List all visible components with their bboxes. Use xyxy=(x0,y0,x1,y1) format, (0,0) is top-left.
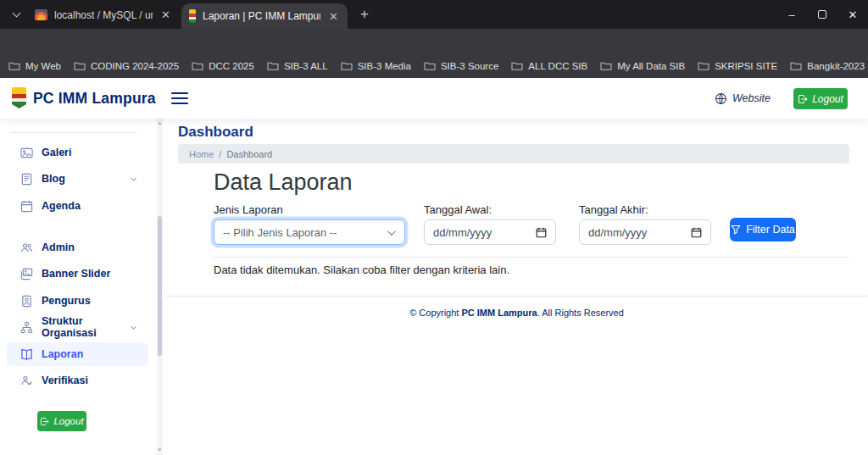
breadcrumb-separator: / xyxy=(219,149,221,159)
sidebar-item-struktur-organisasi[interactable]: Struktur Organisasi xyxy=(7,315,148,339)
sidebar-divider xyxy=(10,132,137,133)
logout-icon xyxy=(40,417,49,426)
date-placeholder: dd/mm/yyyy xyxy=(588,226,647,239)
breadcrumb-home-link[interactable]: Home xyxy=(189,149,214,159)
window-minimize-button[interactable]: – xyxy=(776,0,807,29)
website-link[interactable]: Website xyxy=(715,78,771,119)
jenis-laporan-label: Jenis Laporan xyxy=(214,203,283,216)
bookmark-folder[interactable]: DCC 2025 xyxy=(192,61,254,71)
logout-icon xyxy=(798,94,808,104)
chevron-down-icon xyxy=(387,227,396,236)
window-maximize-button[interactable] xyxy=(807,0,837,29)
folder-icon xyxy=(192,61,203,71)
tab-close-icon[interactable]: ✕ xyxy=(327,10,340,23)
folder-icon xyxy=(267,61,279,71)
imm-favicon xyxy=(189,9,196,23)
sidebar-item-banner-slider[interactable]: Banner Slider xyxy=(7,262,148,286)
phpmyadmin-favicon xyxy=(35,9,47,20)
tab-search-button[interactable] xyxy=(7,6,25,23)
bookmark-folder[interactable]: CODING 2024-2025 xyxy=(74,61,179,71)
tab-title: localhost / MySQL / umko_nabi xyxy=(54,9,153,21)
chevron-down-icon xyxy=(129,175,138,184)
bookmark-folder[interactable]: SKRIPSI SITE xyxy=(698,61,777,71)
person-badge-icon xyxy=(20,295,33,308)
chevron-down-icon xyxy=(129,323,138,332)
screen: localhost / MySQL / umko_nabi ✕ Laporan … xyxy=(0,0,868,455)
folder-icon xyxy=(424,61,436,71)
copyright-brand: PC IMM Lampura xyxy=(461,308,537,318)
sidebar-item-pengurus[interactable]: Pengurus xyxy=(7,289,148,313)
calendar-picker-icon[interactable] xyxy=(691,227,702,238)
sidebar-item-blog[interactable]: Blog xyxy=(7,167,148,191)
folder-icon xyxy=(74,61,86,71)
calendar-picker-icon[interactable] xyxy=(536,227,547,238)
browser-toolbar: ← → ↻ 127.0.0.1:8000/admin/laporan/kader… xyxy=(0,29,868,54)
logout-button-sidebar[interactable]: Logout xyxy=(37,411,86,431)
browser-tab-active[interactable]: Laporan | PC IMM Lampura ✕ xyxy=(181,3,348,29)
folder-icon xyxy=(698,61,709,71)
sidebar-scrollbar-thumb[interactable] xyxy=(158,216,162,356)
filter-data-button[interactable]: Filter Data xyxy=(730,218,796,241)
copyright-pre: © Copyright xyxy=(409,308,461,318)
journal-icon xyxy=(20,173,33,186)
bookmark-folder[interactable]: ALL DCC SIB xyxy=(511,61,587,71)
new-tab-button[interactable]: + xyxy=(356,7,373,24)
window-close-button[interactable]: ✕ xyxy=(837,0,868,29)
window-controls: – ✕ xyxy=(776,0,868,29)
sidebar-item-galeri[interactable]: Galeri xyxy=(7,141,148,164)
person-check-icon xyxy=(20,375,33,387)
image-icon xyxy=(20,147,33,159)
scroll-down-icon[interactable]: ▼ xyxy=(157,447,163,452)
diagram-icon xyxy=(20,321,33,334)
calendar-icon xyxy=(20,200,33,213)
logout-label: Logout xyxy=(812,93,843,105)
funnel-icon xyxy=(731,225,741,235)
sidebar-item-admin[interactable]: Admin xyxy=(7,236,148,259)
bookmark-folder[interactable]: Bangkit-2023 xyxy=(790,61,865,71)
browser-tab-inactive[interactable]: localhost / MySQL / umko_nabi ✕ xyxy=(27,4,180,25)
footer-divider xyxy=(165,296,868,297)
sidebar-toggle-button[interactable] xyxy=(171,92,188,104)
breadcrumb-current: Dashboard xyxy=(226,149,272,159)
bookmark-folder[interactable]: My Web xyxy=(8,61,61,71)
tanggal-akhir-label: Tanggal Akhir: xyxy=(579,203,648,216)
jenis-laporan-select[interactable]: -- Pilih Jenis Laporan -- xyxy=(214,219,405,245)
bookmark-folder[interactable]: My All Data SIB xyxy=(600,61,685,71)
bookmarks-bar: My Web CODING 2024-2025 DCC 2025 SIB-3 A… xyxy=(0,54,868,78)
empty-state-message: Data tidak ditemukan. Silakan coba filte… xyxy=(214,264,509,276)
website-label: Website xyxy=(732,92,771,104)
tab-title: Laporan | PC IMM Lampura xyxy=(203,10,320,22)
chevron-down-icon xyxy=(12,9,20,18)
folder-icon xyxy=(511,61,523,71)
copyright-post: . All Rights Reserved xyxy=(537,308,624,318)
sidebar-item-agenda[interactable]: Agenda xyxy=(7,194,148,218)
page-title: Dashboard xyxy=(178,124,253,141)
scroll-up-icon[interactable]: ▲ xyxy=(157,120,163,125)
sidebar-item-verifikasi[interactable]: Verifikasi xyxy=(7,369,148,392)
bookmark-folder[interactable]: SIB-3 Media xyxy=(341,61,411,71)
date-placeholder: dd/mm/yyyy xyxy=(433,226,492,239)
tanggal-akhir-input[interactable]: dd/mm/yyyy xyxy=(579,219,711,245)
footer-copyright: © Copyright PC IMM Lampura. All Rights R… xyxy=(165,308,868,318)
globe-icon xyxy=(715,92,727,105)
card-title: Data Laporan xyxy=(214,169,353,196)
brand-title: PC IMM Lampura xyxy=(33,78,156,119)
browser-tab-strip: localhost / MySQL / umko_nabi ✕ Laporan … xyxy=(0,0,868,29)
imm-logo xyxy=(12,87,26,108)
table-top-border xyxy=(214,257,849,258)
tab-close-icon[interactable]: ✕ xyxy=(159,8,172,21)
logout-label: Logout xyxy=(53,416,83,426)
logout-button-header[interactable]: Logout xyxy=(793,88,848,109)
folder-icon xyxy=(341,61,353,71)
folder-icon xyxy=(600,61,612,71)
folder-icon xyxy=(790,61,802,71)
bookmark-folder[interactable]: SIB-3 ALL xyxy=(267,61,328,71)
people-icon xyxy=(20,241,33,254)
sidebar-item-laporan[interactable]: Laporan xyxy=(7,342,148,366)
sidebar: Galeri Blog Agenda Admin Banner Slider P… xyxy=(0,119,165,455)
tanggal-awal-label: Tanggal Awal: xyxy=(424,203,492,216)
tanggal-awal-input[interactable]: dd/mm/yyyy xyxy=(424,219,556,245)
bookmark-folder[interactable]: SIB-3 Source xyxy=(424,61,498,71)
breadcrumb: Home / Dashboard xyxy=(178,144,849,164)
main-content: Dashboard Home / Dashboard Data Laporan … xyxy=(165,119,868,455)
